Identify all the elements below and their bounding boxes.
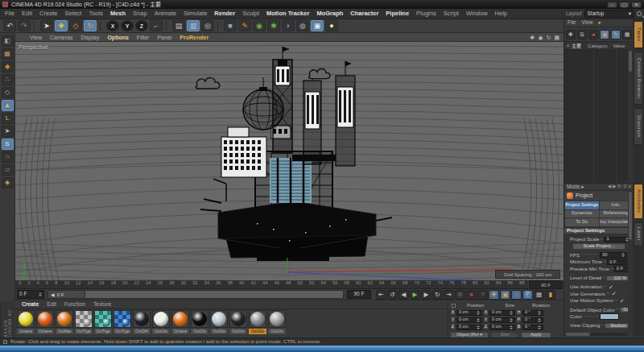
environment-icon[interactable]: ◍	[296, 20, 309, 31]
menu-motion-tracker[interactable]: Motion Tracker	[266, 10, 309, 17]
tab-to-do[interactable]: To Do	[565, 218, 599, 226]
menu-file[interactable]: File	[568, 20, 576, 26]
menu-tools[interactable]: Tools	[89, 10, 103, 17]
material-swatch[interactable]: OctTige	[75, 310, 93, 337]
current-frame-field[interactable]: 0 F	[17, 290, 44, 299]
timeline-end-field[interactable]: 90 F	[529, 280, 563, 289]
menu-window[interactable]: Window	[466, 10, 488, 17]
edit-take-icon[interactable]: ✎	[611, 30, 621, 39]
key-pla-button[interactable]: ▦	[534, 290, 544, 300]
key-parameter-button[interactable]: Ⓟ	[522, 290, 533, 300]
render-picture-viewer-icon[interactable]: ▥	[187, 20, 200, 31]
spinner-icon[interactable]	[39, 292, 42, 296]
panel-tab-structure[interactable]: Structure	[634, 108, 643, 145]
coordinate-value-field[interactable]: 0 cm	[489, 325, 515, 330]
model-mode-icon[interactable]: ▦	[2, 48, 14, 60]
rotate-icon[interactable]: ↻	[84, 20, 97, 31]
panel-tab-content-browser[interactable]: Content Browser	[634, 52, 643, 105]
menu-script[interactable]: Script	[444, 10, 459, 17]
edges-mode-icon[interactable]: ◇	[2, 87, 14, 98]
coordinate-value-field[interactable]: 0 cm	[489, 310, 515, 316]
panel-tab-takes[interactable]: Takes	[634, 21, 643, 48]
goto-end-button[interactable]: ⇥	[444, 290, 454, 300]
timeline-slider[interactable]: ◀ 0 F	[47, 290, 344, 299]
material-swatch[interactable]: OctTige	[94, 310, 112, 337]
menu-edit[interactable]: Edit	[22, 10, 32, 17]
material-swatch[interactable]: Octane	[17, 310, 35, 337]
back-icon[interactable]: ◀	[608, 184, 611, 189]
key-rotation-button[interactable]: ○	[511, 290, 522, 300]
panel-tab-layer[interactable]: Layer	[634, 222, 643, 246]
play-reverse-button[interactable]: ↺	[387, 290, 398, 300]
menu-snap[interactable]: Snap	[133, 10, 147, 17]
category-column-header[interactable]: Category	[588, 43, 607, 48]
mode-menu[interactable]: Mode	[567, 184, 580, 190]
live-selection-icon[interactable]: ➤	[40, 20, 53, 31]
primitive-cube-icon[interactable]: ■	[224, 20, 237, 31]
lock-icon[interactable]: ⊙	[623, 184, 627, 189]
texture-mode-icon[interactable]: ◆	[2, 61, 14, 72]
viewport-solo-icon[interactable]: ➤	[2, 126, 14, 137]
previous-frame-button[interactable]: ◀	[398, 290, 409, 300]
autokey-record-button[interactable]: ●	[466, 290, 477, 300]
menu-simulate[interactable]: Simulate	[184, 10, 207, 17]
panel-tab-attributes[interactable]: Attributes	[634, 184, 643, 219]
rotate-view-icon[interactable]: ↻	[547, 35, 551, 40]
menu-create[interactable]: Create	[39, 10, 58, 17]
menu-sculpt[interactable]: Sculpt	[242, 10, 259, 17]
value-field[interactable]: 30	[600, 252, 627, 259]
undo-icon[interactable]: ↶	[3, 20, 16, 31]
attributes-hscrollbar[interactable]	[566, 333, 628, 336]
viewport-menu-display[interactable]: Display	[80, 35, 99, 40]
tab-dynamics[interactable]: Dynamics	[565, 210, 599, 218]
menu-select[interactable]: Select	[65, 10, 82, 17]
coordinate-value-field[interactable]: 0 cm	[456, 325, 482, 330]
next-frame-button[interactable]: ▶	[421, 290, 431, 300]
points-mode-icon[interactable]: ∴	[2, 74, 14, 85]
make-editable-icon[interactable]: ◧	[2, 35, 14, 47]
menu-overflow-icon[interactable]: ▸	[598, 20, 601, 26]
record-disabled-button[interactable]: ⊘	[455, 290, 465, 300]
menu-help[interactable]: Help	[495, 10, 507, 17]
axis-mode-icon[interactable]: L	[2, 113, 14, 124]
loop-button[interactable]: ↻	[432, 290, 443, 300]
forward-icon[interactable]: ▶	[613, 184, 616, 189]
viewport-menu-prorender[interactable]: ProRender	[180, 35, 208, 40]
key-position-button[interactable]: ✚	[489, 290, 499, 300]
material-swatch[interactable]: OctGlo	[229, 310, 247, 337]
menu-render[interactable]: Render	[214, 10, 235, 17]
menu-character[interactable]: Character	[350, 10, 378, 17]
spinner-icon[interactable]	[538, 311, 541, 315]
x-axis-lock-icon[interactable]: X	[106, 20, 119, 31]
viewport-menu-filter[interactable]: Filter	[137, 35, 150, 40]
take-filter-icon[interactable]: ▦	[622, 30, 632, 39]
new-take-icon[interactable]: ✚	[566, 30, 576, 39]
menu-animate[interactable]: Animate	[155, 10, 177, 17]
spinner-icon[interactable]	[477, 325, 480, 329]
workplane-icon[interactable]: ▱	[2, 164, 14, 176]
goto-start-button[interactable]: ⇤	[376, 290, 386, 300]
material-swatch[interactable]: OctGlo	[191, 310, 208, 337]
material-swatch[interactable]: OctGlo	[268, 310, 286, 337]
new-child-take-icon[interactable]: ⧉	[577, 30, 587, 39]
play-forward-button[interactable]: ▶	[410, 290, 420, 300]
attribute-section-header[interactable]: Project Settings	[564, 227, 634, 234]
auto-take-icon[interactable]: ◉	[600, 30, 609, 39]
material-menu-function[interactable]: Function	[64, 302, 85, 308]
polygons-mode-icon[interactable]: ▲	[2, 100, 14, 111]
pan-view-icon[interactable]: ✚	[530, 35, 535, 40]
enable-snap-icon[interactable]: S	[2, 139, 14, 150]
coordinate-value-field[interactable]: 0 cm	[456, 310, 482, 316]
camera-label[interactable]: Perspective	[19, 44, 48, 50]
move-icon[interactable]: ✚	[55, 20, 68, 31]
mograph-icon[interactable]: ✱	[267, 20, 280, 31]
menu-plugins[interactable]: Plugins	[416, 10, 436, 17]
viewport-menu-cameras[interactable]: Cameras	[50, 35, 72, 40]
menu-mesh[interactable]: Mesh	[110, 10, 126, 17]
maximize-button[interactable]: ▢	[619, 2, 630, 8]
range-end-field[interactable]: 90 F	[347, 290, 371, 299]
subdivision-surface-icon[interactable]: ◉	[253, 20, 266, 31]
viewport-menu-panel[interactable]: Panel	[157, 35, 171, 40]
spinner-icon[interactable]	[477, 318, 480, 322]
layout-select[interactable]: Startup ▾	[584, 10, 634, 18]
